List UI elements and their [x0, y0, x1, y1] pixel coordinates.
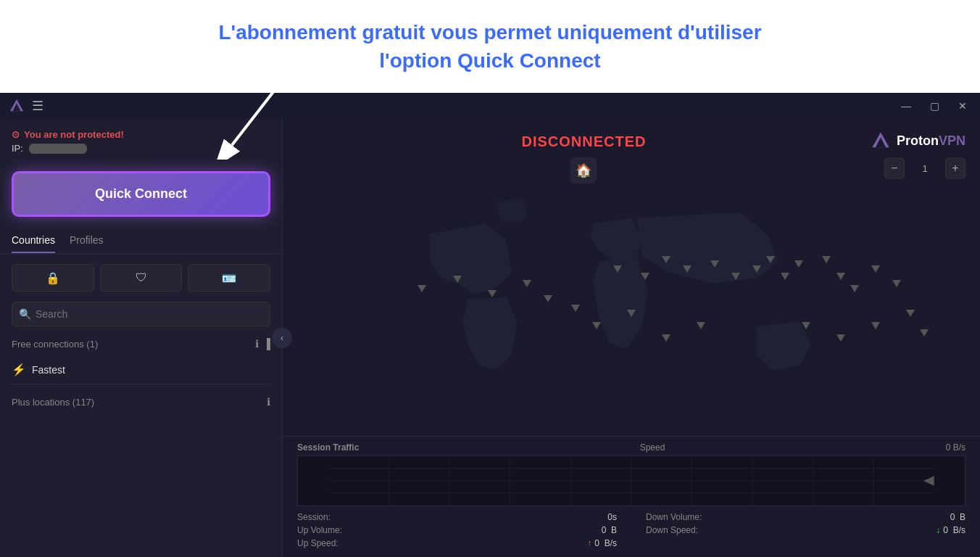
down-volume-value: 0 B	[950, 512, 966, 522]
filter-card-button[interactable]: 🪪	[188, 264, 270, 292]
ip-label: IP:	[12, 143, 23, 154]
card-icon: 🪪	[222, 271, 236, 285]
up-arrow-icon: ↑	[587, 538, 591, 548]
proton-vpn-logo: ProtonVPN	[871, 131, 966, 151]
tab-profiles[interactable]: Profiles	[70, 228, 104, 253]
minimize-button[interactable]: —	[897, 99, 915, 113]
tooltip-banner: L'abonnement gratuit vous permet uniquem…	[0, 0, 980, 93]
protonvpn-logo-icon	[871, 131, 891, 151]
chart-svg	[298, 456, 965, 506]
quick-connect-wrap: Quick Connect	[0, 160, 282, 228]
free-connections-info-button[interactable]: ℹ ▐	[255, 338, 270, 350]
search-input[interactable]	[12, 302, 270, 326]
chart-area	[297, 455, 966, 506]
vpn-window: ☰ — ▢ ✕ ‹ ⊙ You are not protected! IP:	[0, 93, 980, 557]
fastest-server-item[interactable]: ⚡ Fastest	[12, 355, 270, 384]
session-value: 0s	[607, 512, 617, 522]
filter-secure-button[interactable]: 🔒	[12, 264, 94, 292]
warning-icon: ⊙	[12, 129, 20, 140]
tab-countries[interactable]: Countries	[12, 228, 55, 253]
stat-row-down-volume: Down Volume: 0 B	[646, 511, 966, 524]
speed-label: Speed	[640, 442, 665, 453]
up-speed-label: Up Speed:	[297, 538, 339, 548]
server-list: Free connections (1) ℹ ▐ ⚡ Fastest Plus …	[0, 332, 282, 557]
speed-value: 1	[910, 163, 939, 174]
speed-increase-button[interactable]: +	[945, 158, 966, 178]
lightning-icon: ⚡	[12, 363, 26, 376]
svg-marker-18	[923, 476, 934, 486]
app-logo-icon	[9, 98, 25, 114]
traffic-panel: Session Traffic Speed 0 B/s	[283, 436, 980, 557]
stat-row-down-speed: Down Speed: ↓ 0 B/s	[646, 524, 966, 537]
map-header: DISCONNECTED 🏠 ProtonVPN	[283, 119, 980, 191]
free-connections-header: Free connections (1) ℹ ▐	[12, 332, 270, 355]
map-area: DISCONNECTED 🏠 ProtonVPN	[283, 119, 980, 557]
maximize-button[interactable]: ▢	[926, 99, 944, 113]
title-bar: ☰ — ▢ ✕	[0, 93, 980, 119]
filter-row: 🔒 🛡 🪪	[0, 260, 282, 296]
down-volume-label: Down Volume:	[646, 512, 702, 522]
info-icon: ℹ	[255, 338, 259, 350]
window-controls: — ▢ ✕	[897, 99, 971, 113]
lock-icon: 🔒	[46, 271, 60, 285]
close-button[interactable]: ✕	[954, 99, 971, 113]
speed-control: − 1 +	[884, 158, 966, 178]
up-volume-label: Up Volume:	[297, 525, 342, 535]
plus-locations-info-button[interactable]: ℹ	[267, 396, 270, 408]
world-map-area	[283, 191, 980, 436]
shield-icon: 🛡	[136, 271, 147, 284]
session-traffic-title: Session Traffic	[297, 442, 359, 453]
stat-row-up-speed: Up Speed: ↑ 0 B/s	[297, 537, 617, 550]
not-protected-text: You are not protected!	[24, 129, 124, 140]
speed-decrease-button[interactable]: −	[884, 158, 905, 178]
traffic-header: Session Traffic Speed 0 B/s	[297, 442, 966, 453]
up-volume-value: 0 B	[602, 525, 617, 535]
plus-locations-header: Plus locations (117) ℹ	[12, 390, 270, 413]
free-connections-label: Free connections (1)	[12, 339, 98, 350]
speed-value-display: 0 B/s	[946, 442, 966, 453]
filter-shield-button[interactable]: 🛡	[100, 264, 183, 292]
plus-locations-label: Plus locations (117)	[12, 397, 94, 408]
stat-row-up-volume: Up Volume: 0 B	[297, 524, 617, 537]
status-bar: ⊙ You are not protected! IP:	[0, 119, 282, 160]
tooltip-line1: L'abonnement gratuit vous permet uniquem…	[218, 21, 761, 44]
tooltip-text: L'abonnement gratuit vous permet uniquem…	[218, 18, 761, 75]
down-speed-label: Down Speed:	[646, 525, 698, 535]
proton-text: ProtonVPN	[897, 133, 966, 149]
search-wrap: 🔍	[0, 302, 282, 332]
ip-row: IP:	[12, 143, 270, 154]
connection-status-badge: DISCONNECTED	[521, 133, 646, 150]
search-icon: 🔍	[19, 308, 31, 320]
down-arrow-icon: ↓	[936, 525, 940, 535]
sidebar: ‹ ⊙ You are not protected! IP: Quick Con…	[0, 119, 283, 557]
quick-connect-button[interactable]: Quick Connect	[12, 171, 270, 217]
not-protected-status: ⊙ You are not protected!	[12, 129, 270, 140]
world-map-svg	[283, 191, 980, 436]
main-content: ‹ ⊙ You are not protected! IP: Quick Con…	[0, 119, 980, 557]
home-button[interactable]: 🏠	[570, 157, 597, 183]
collapse-sidebar-button[interactable]: ‹	[272, 328, 292, 348]
free-connections-scroll: ▐	[263, 338, 270, 350]
tooltip-line2: l'option Quick Connect	[379, 49, 600, 72]
menu-icon[interactable]: ☰	[32, 98, 43, 114]
stat-row-session: Session: 0s	[297, 511, 617, 524]
fastest-server-name: Fastest	[32, 364, 270, 376]
session-label: Session:	[297, 512, 331, 522]
up-speed-value: ↑ 0 B/s	[587, 538, 617, 548]
ip-value-blurred	[29, 144, 87, 154]
tabs: Countries Profiles	[0, 228, 282, 254]
down-speed-value: ↓ 0 B/s	[936, 525, 966, 535]
traffic-stats: Session: 0s Down Volume: 0 B Up Volume: …	[297, 511, 966, 550]
